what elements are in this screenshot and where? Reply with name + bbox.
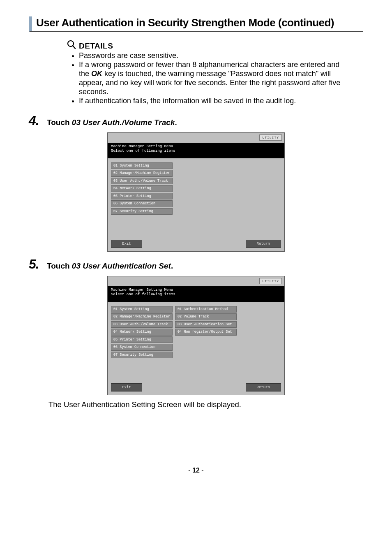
svg-line-1 <box>73 46 75 49</box>
screen-header: Machine Manager Setting Menu Select one … <box>108 286 284 302</box>
exit-button[interactable]: Exit <box>111 240 142 248</box>
screenshot-step5: UTILITY Machine Manager Setting Menu Sel… <box>107 276 285 395</box>
exit-button[interactable]: Exit <box>111 383 142 392</box>
menu-system-connection[interactable]: 06 System Connection <box>111 200 173 207</box>
closing-text: The User Authentication Setting Screen w… <box>48 400 363 409</box>
menu-system-setting[interactable]: 01 System Setting <box>111 306 173 313</box>
menu-printer-setting[interactable]: 05 Printer Setting <box>111 193 173 200</box>
right-menu-column: 01 Authentication Method 02 Volume Track… <box>175 306 237 380</box>
step-5-number: 5. <box>29 257 40 272</box>
menu-printer-setting[interactable]: 05 Printer Setting <box>111 336 173 343</box>
menu-auth-method[interactable]: 01 Authentication Method <box>175 306 237 313</box>
details-bullet-1: Passwords are case sensitive. <box>79 51 347 60</box>
menu-non-register-output[interactable]: 04 Non register/Output Set <box>175 329 237 336</box>
menu-system-connection[interactable]: 06 System Connection <box>111 344 173 351</box>
left-menu-column: 01 System Setting 02 Manager/Machine Reg… <box>111 306 173 380</box>
step-4-row: 4. Touch 03 User Auth./Volume Track. <box>29 113 363 128</box>
utility-button[interactable]: UTILITY <box>259 278 282 284</box>
left-menu-column: 01 System Setting 02 Manager/Machine Reg… <box>111 162 173 236</box>
screenshot-step4: UTILITY Machine Manager Setting Menu Sel… <box>107 132 285 252</box>
menu-user-auth-volume[interactable]: 03 User Auth./Volume Track <box>111 178 173 185</box>
utility-button[interactable]: UTILITY <box>259 134 282 141</box>
menu-volume-track[interactable]: 02 Volume Track <box>175 313 237 320</box>
section-title: User Authentication in Security Strength… <box>36 16 334 29</box>
step-4-number: 4. <box>29 113 40 128</box>
step-4-text: Touch 03 User Auth./Volume Track. <box>47 118 177 127</box>
return-button[interactable]: Return <box>246 240 281 248</box>
menu-network-setting[interactable]: 04 Network Setting <box>111 185 173 192</box>
details-bullet-2: If a wrong password or fewer than 8 alph… <box>79 60 347 97</box>
screen-header: Machine Manager Setting Menu Select one … <box>108 143 284 158</box>
details-list: Passwords are case sensitive. If a wrong… <box>66 51 347 106</box>
menu-security-setting[interactable]: 07 Security Setting <box>111 208 173 215</box>
menu-manager-register[interactable]: 02 Manager/Machine Register <box>111 313 173 320</box>
menu-manager-register[interactable]: 02 Manager/Machine Register <box>111 170 173 177</box>
menu-user-auth-set[interactable]: 03 User Authentication Set <box>175 321 237 328</box>
return-button[interactable]: Return <box>246 383 281 392</box>
step-5-text: Touch 03 User Authentication Set. <box>47 262 173 271</box>
page-number: - 12 - <box>29 467 363 474</box>
details-bullet-3: If authentication fails, the information… <box>79 97 347 106</box>
details-block: DETAILS Passwords are case sensitive. If… <box>66 39 347 106</box>
menu-system-setting[interactable]: 01 System Setting <box>111 162 173 169</box>
section-title-bar: User Authentication in Security Strength… <box>29 16 363 32</box>
step-5-row: 5. Touch 03 User Authentication Set. <box>29 257 363 272</box>
menu-user-auth-volume[interactable]: 03 User Auth./Volume Track <box>111 321 173 328</box>
magnifier-icon <box>66 39 77 51</box>
menu-network-setting[interactable]: 04 Network Setting <box>111 329 173 336</box>
menu-security-setting[interactable]: 07 Security Setting <box>111 352 173 359</box>
details-label: DETAILS <box>79 42 113 51</box>
